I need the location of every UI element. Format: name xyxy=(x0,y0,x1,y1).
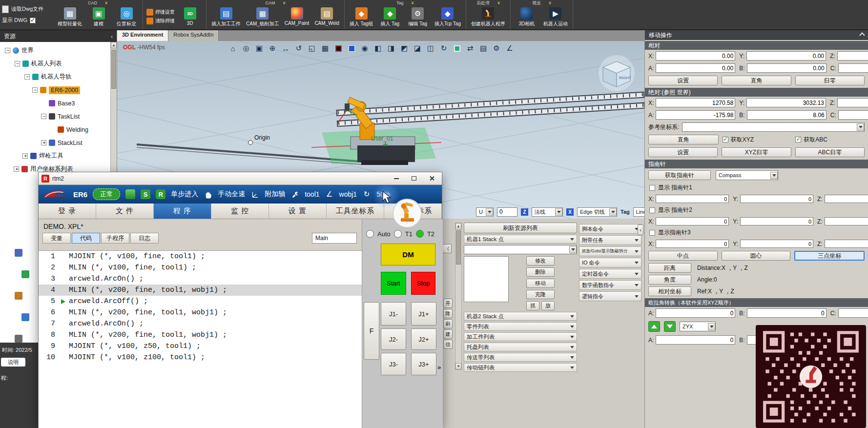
rotate-cw-icon[interactable]: ↻ xyxy=(438,42,450,54)
compass1-y-input[interactable] xyxy=(740,195,813,203)
code-line-executing[interactable]: 5arcweld.ArcOff() ; xyxy=(39,296,362,307)
strip-button-4[interactable]: 建 xyxy=(443,329,453,339)
insert-tag-group-button[interactable]: ◆插入 Tag组 xyxy=(348,7,375,28)
cam-milling-button[interactable]: ▦CAM_铣削加工 xyxy=(245,7,281,28)
scroll-up-icon[interactable]: ▲ xyxy=(455,223,461,229)
get-abc-checkbox[interactable] xyxy=(795,137,801,143)
section-math-functions[interactable]: 数学函数指令 xyxy=(579,280,641,290)
section-pallet-list[interactable]: 托盘列表 xyxy=(464,343,577,351)
scroll-down-icon[interactable]: ▼ xyxy=(455,363,461,369)
section-chain-list[interactable]: 传动链列表 xyxy=(464,363,577,372)
tree-item-base3[interactable]: Base3 xyxy=(0,97,117,110)
mode-icon[interactable] xyxy=(125,189,135,199)
section-conveyor-list[interactable]: 传送带列表 xyxy=(464,353,577,362)
subtab-variables[interactable]: 变量 xyxy=(42,233,71,244)
expand-icon[interactable] xyxy=(41,140,46,145)
circle-center-button[interactable]: 圆心 xyxy=(722,251,791,261)
move-button[interactable]: 移动 xyxy=(526,279,555,288)
frame-cartesian-button[interactable]: 直角 xyxy=(648,135,719,144)
home-icon[interactable]: ⌂ xyxy=(227,42,239,54)
dock-scrollbar[interactable]: ▲ ▼ xyxy=(455,223,462,370)
section-workpiece-list[interactable]: 加工件列表 xyxy=(464,332,577,341)
rel-x-input[interactable] xyxy=(656,51,735,61)
start-button[interactable]: Start xyxy=(381,272,406,295)
group-dialog-icon[interactable]: ¥ xyxy=(105,0,107,5)
reference-frame-select[interactable] xyxy=(682,122,865,132)
j1-minus-button[interactable]: J1- xyxy=(381,302,406,326)
subtab-code[interactable]: 代码 xyxy=(72,233,100,244)
rel-set-button[interactable]: 设置 xyxy=(648,76,718,85)
axis-select[interactable]: U xyxy=(476,207,494,217)
window-titlebar[interactable]: R rtm2 xyxy=(39,172,442,185)
strip-button-5[interactable]: 信 xyxy=(443,340,453,349)
delete-button[interactable]: 删除 xyxy=(526,267,555,277)
tree-item-stacklist[interactable]: StackList xyxy=(0,136,117,149)
insert-tag-button[interactable]: ◆插入 Tag xyxy=(377,7,403,28)
expand-icon[interactable] xyxy=(5,48,10,53)
group-dialog-icon[interactable]: ¥ xyxy=(549,0,551,5)
rel-a-input[interactable] xyxy=(656,63,735,73)
strip-button-2[interactable]: 降 xyxy=(443,309,453,318)
j2-plus-button[interactable]: J2+ xyxy=(411,328,436,350)
euler-a-input[interactable] xyxy=(656,308,735,318)
expand-icon[interactable] xyxy=(41,114,46,119)
abs-y-input[interactable] xyxy=(746,98,826,107)
code-line[interactable]: 8MLIN (*, v200, fine, tool1, wobj1) ; xyxy=(39,329,362,341)
stack-point-list[interactable] xyxy=(464,256,509,302)
abs-c-input[interactable] xyxy=(838,110,868,120)
get-xyz-checkbox[interactable] xyxy=(723,137,728,143)
3d-camera-button[interactable]: 3D相机 xyxy=(514,7,539,28)
code-line[interactable]: 9MJOINT (*, v100, z50, tool1) ; xyxy=(39,341,362,352)
orbit-icon[interactable]: ◎ xyxy=(240,42,252,54)
view-right-icon[interactable]: ◨ xyxy=(385,42,397,54)
tree-item-tasklist[interactable]: TaskList xyxy=(0,110,117,123)
view-left-icon[interactable]: ◧ xyxy=(372,42,384,54)
shaded-mode-icon[interactable] xyxy=(332,42,344,54)
expand-icon[interactable] xyxy=(22,153,28,159)
j1-plus-button[interactable]: J1+ xyxy=(411,302,436,326)
close-button[interactable] xyxy=(424,174,439,183)
rel-y-input[interactable] xyxy=(746,51,826,61)
compass1-x-input[interactable] xyxy=(656,195,729,203)
code-line[interactable]: 3arcweld.ArcOn() ; xyxy=(39,273,362,285)
view-split-icon[interactable]: ◫ xyxy=(425,42,436,54)
workplane-icon[interactable] xyxy=(451,42,463,54)
compass3-z-input[interactable] xyxy=(825,240,868,248)
refresh-resource-list-button[interactable]: 刷新资源列表 xyxy=(464,223,577,233)
wireframe-mode-icon[interactable] xyxy=(346,42,357,54)
expand-icon[interactable] xyxy=(14,166,19,172)
rtm2-window[interactable]: R rtm2 ER6 正常 S R 单步进入 手动全速 附加轴 tool1 ∠ … xyxy=(38,172,442,428)
view-iso2-icon[interactable]: ◪ xyxy=(412,42,423,54)
grab-button[interactable]: 抓 xyxy=(526,301,539,310)
angle-button[interactable]: 角度 xyxy=(648,275,691,285)
strip-button-3[interactable]: 刷 xyxy=(443,319,453,328)
view-iso1-icon[interactable]: ◩ xyxy=(398,42,410,54)
section-io-commands[interactable]: IO 命令 xyxy=(579,258,641,267)
expand-icon[interactable] xyxy=(15,61,20,66)
modify-button[interactable]: 修改 xyxy=(526,256,555,265)
note-badge[interactable]: 说明 xyxy=(1,358,25,367)
insert-tcp-tag-button[interactable]: ◆插入Tcp Tag xyxy=(433,7,462,28)
section-logic-commands[interactable]: 逻辑指令 xyxy=(579,291,641,301)
stop-button[interactable]: Stop xyxy=(411,272,435,295)
show-compass2-checkbox[interactable] xyxy=(649,207,655,213)
code-line[interactable]: 2MLIN (*, v100, fine, tool1) ; xyxy=(39,262,362,273)
section-pickplace-goto[interactable]: 抓放/Goto/显示隐藏/拆分 xyxy=(579,246,641,256)
f-button[interactable]: F xyxy=(364,302,379,360)
get-compass-button[interactable]: 获取指南针 xyxy=(648,170,711,180)
create-robot-program-button[interactable]: 创建机器人程序 xyxy=(470,7,507,28)
stack-point-select[interactable] xyxy=(464,245,577,254)
view-cube[interactable]: RIGHT xyxy=(599,55,635,91)
group-dialog-icon[interactable]: ¥ xyxy=(283,0,285,5)
section-attached-tasks[interactable]: 附带任务 xyxy=(579,235,641,245)
tab-monitor[interactable]: 监 控 xyxy=(211,204,269,219)
s-mode-badge[interactable]: S xyxy=(141,189,150,199)
distance-button[interactable]: 距离 xyxy=(648,263,691,273)
cam-paint-button[interactable]: CAM_Paint xyxy=(283,7,311,26)
zoom-in-icon[interactable]: ⊕ xyxy=(267,42,278,54)
tree-item-world[interactable]: 世界 xyxy=(0,44,117,57)
tool-label[interactable]: tool1 xyxy=(305,190,319,198)
show-compass3-checkbox[interactable] xyxy=(649,230,655,236)
rel-zero-button[interactable]: 归零 xyxy=(795,76,865,85)
tab-tool-frame[interactable]: 工具坐标系 xyxy=(327,204,384,219)
